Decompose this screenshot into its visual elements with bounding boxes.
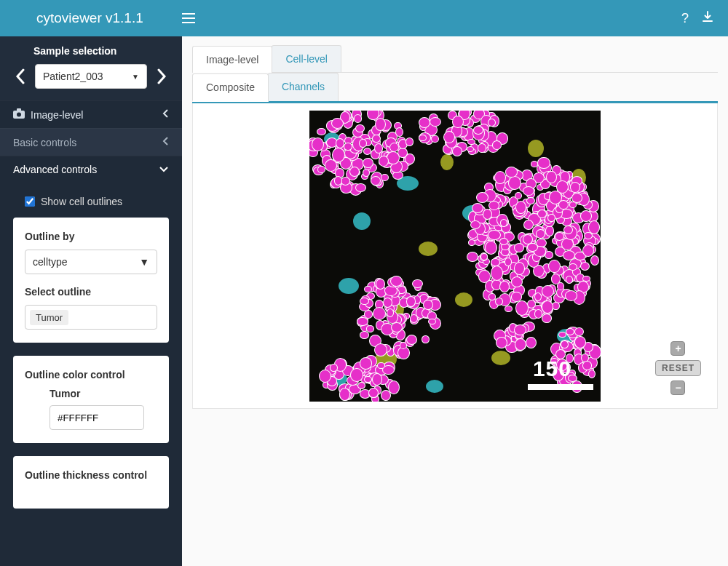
menu-label: Basic controls bbox=[13, 137, 76, 148]
menu-image-level[interactable]: Image-level bbox=[0, 100, 182, 128]
scale-bar bbox=[528, 384, 593, 390]
chevron-down-icon bbox=[159, 164, 169, 175]
level-tabs: Image-level Cell-level bbox=[192, 45, 718, 73]
show-outlines-label: Show cell outlines bbox=[41, 196, 122, 207]
menu-label: Advanced controls bbox=[13, 164, 97, 175]
help-icon[interactable]: ? bbox=[681, 11, 689, 26]
sample-select-value: Patient2_003 bbox=[43, 71, 103, 82]
svg-rect-1 bbox=[17, 108, 21, 111]
prev-sample-button[interactable] bbox=[12, 65, 29, 88]
zoom-reset-button[interactable]: RESET bbox=[655, 360, 701, 376]
outline-tag: Tumor bbox=[30, 310, 68, 325]
color-control-title: Outline color control bbox=[25, 369, 157, 380]
menu-basic-controls[interactable]: Basic controls bbox=[0, 128, 182, 156]
hamburger-icon[interactable] bbox=[182, 13, 204, 23]
chevron-left-icon bbox=[162, 136, 169, 148]
scale-label: 150 bbox=[533, 356, 571, 381]
zoom-controls: + RESET − bbox=[655, 341, 701, 395]
main-content: Image-level Cell-level Composite Channel… bbox=[182, 36, 728, 566]
tab-image-level[interactable]: Image-level bbox=[192, 46, 272, 73]
outline-color-card: Outline color control Tumor bbox=[13, 356, 169, 443]
select-outline-input[interactable]: Tumor bbox=[25, 305, 157, 330]
download-icon[interactable] bbox=[702, 11, 713, 26]
sample-select[interactable]: Patient2_003 ▼ bbox=[35, 64, 147, 89]
app-title: cytoviewer v1.1.1 bbox=[0, 10, 182, 26]
color-field-label: Tumor bbox=[50, 388, 157, 399]
caret-down-icon: ▼ bbox=[139, 256, 149, 268]
zoom-out-button[interactable]: − bbox=[670, 380, 685, 395]
tab-cell-level[interactable]: Cell-level bbox=[272, 45, 341, 72]
outline-thickness-card: Outline thickness control bbox=[13, 456, 169, 509]
outline-by-label: Outline by bbox=[25, 231, 157, 242]
view-tabs: Composite Channels bbox=[192, 73, 718, 102]
chevron-left-icon bbox=[162, 108, 169, 121]
menu-label: Image-level bbox=[31, 109, 83, 121]
advanced-controls-panel: Show cell outlines Outline by celltype ▼… bbox=[0, 183, 182, 543]
camera-icon bbox=[13, 108, 25, 121]
svg-point-2 bbox=[17, 113, 21, 117]
next-sample-button[interactable] bbox=[153, 65, 170, 88]
outline-by-value: celltype bbox=[33, 256, 67, 268]
zoom-in-button[interactable]: + bbox=[670, 341, 685, 356]
select-outline-label: Select outline bbox=[25, 286, 157, 298]
caret-down-icon: ▼ bbox=[132, 73, 139, 81]
show-outlines-checkbox[interactable] bbox=[25, 196, 35, 207]
sidebar: Sample selection Patient2_003 ▼ bbox=[0, 36, 182, 566]
app-header: cytoviewer v1.1.1 ? bbox=[0, 0, 728, 36]
thickness-title: Outline thickness control bbox=[25, 469, 157, 481]
sample-selection-label: Sample selection bbox=[33, 45, 170, 57]
outline-by-card: Outline by celltype ▼ Select outline Tum… bbox=[13, 218, 169, 343]
outline-by-select[interactable]: celltype ▼ bbox=[25, 250, 157, 274]
menu-advanced-controls[interactable]: Advanced controls bbox=[0, 156, 182, 183]
tab-channels[interactable]: Channels bbox=[268, 73, 339, 101]
tab-composite[interactable]: Composite bbox=[192, 73, 269, 102]
color-value-input[interactable] bbox=[50, 405, 144, 430]
image-viewer[interactable]: 150 bbox=[309, 111, 601, 402]
viewer-panel: 150 + RESET − bbox=[192, 103, 718, 409]
